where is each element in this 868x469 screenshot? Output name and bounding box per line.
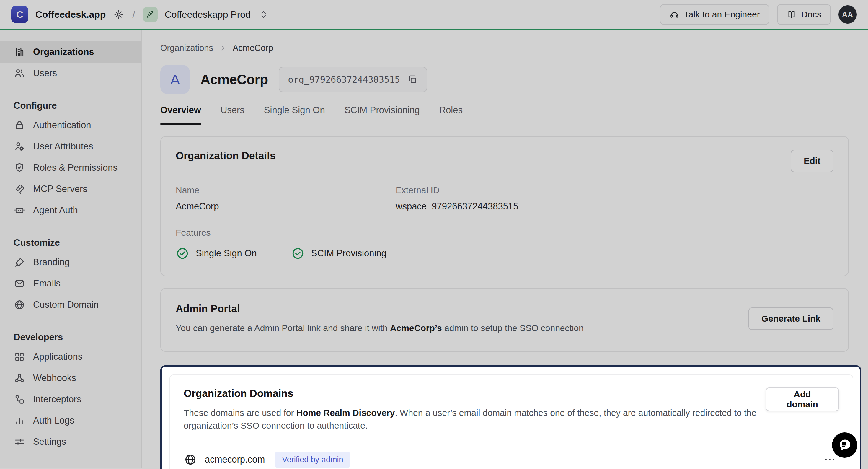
tab-users[interactable]: Users [221,105,244,124]
feature-scim-provisioning: SCIM Provisioning [291,246,386,260]
breadcrumb-organizations[interactable]: Organizations [160,43,213,53]
sidebar-item-label: Organizations [33,47,94,57]
sidebar-item-label: Authentication [33,120,91,130]
sidebar-item-applications[interactable]: Applications [0,346,141,368]
sidebar-item-label: Agent Auth [33,205,78,215]
sidebar-item-label: Emails [33,278,61,289]
admin-portal-card: Admin Portal You can generate a Admin Po… [160,288,849,352]
tab-roles[interactable]: Roles [439,105,463,124]
gear-icon[interactable] [113,8,125,20]
envelope-icon [13,277,25,289]
sidebar-item-settings[interactable]: Settings [0,431,141,452]
tour-spotlight: Organization Domains These domains are u… [160,365,861,469]
environment-name: Coffeedeskapp Prod [165,9,251,20]
sidebar-item-auth-logs[interactable]: Auth Logs [0,410,141,431]
app-name: Coffeedesk.app [35,9,106,20]
webhook-icon [13,372,25,384]
chevron-up-down-icon[interactable] [258,8,270,20]
feature-single-sign-on: Single Sign On [176,246,257,260]
sidebar-item-webhooks[interactable]: Webhooks [0,368,141,389]
lock-icon [13,119,25,131]
rocket-icon [146,10,155,19]
tab-scim-provisioning[interactable]: SCIM Provisioning [345,105,420,124]
chat-widget-button[interactable] [832,432,857,458]
verified-badge: Verified by admin [275,451,350,468]
docs-button[interactable]: Docs [777,4,831,25]
sidebar-item-label: Users [33,68,57,79]
sidebar-item-label: Webhooks [33,373,76,383]
environment-chip[interactable] [143,7,158,22]
organization-domains-description: These domains are used for Home Realm Di… [184,406,766,432]
admin-portal-desc-post: admin to setup the SSO connection [442,323,584,333]
docs-label: Docs [801,9,822,20]
users-icon [13,67,25,79]
sidebar-item-branding[interactable]: Branding [0,252,141,273]
organization-domains-card: Organization Domains These domains are u… [169,375,853,469]
sidebar-item-authentication[interactable]: Authentication [0,115,141,136]
org-avatar: A [160,65,190,94]
user-gear-icon [13,141,25,152]
talk-to-engineer-button[interactable]: Talk to an Engineer [660,4,769,25]
sidebar-section-customize: Customize [0,234,141,252]
admin-portal-desc-bold: AcmeCorp’s [390,323,442,333]
sidebar-item-organizations[interactable]: Organizations [0,41,141,63]
sidebar-item-label: Branding [33,257,70,268]
nodes-icon [13,393,25,405]
talk-to-engineer-label: Talk to an Engineer [684,9,760,20]
sidebar-item-emails[interactable]: Emails [0,273,141,294]
feature-label: SCIM Provisioning [311,248,386,259]
robot-icon [13,204,25,216]
sidebar-item-label: Interceptors [33,394,82,405]
admin-portal-title: Admin Portal [176,303,584,315]
name-label: Name [176,185,396,195]
external-id-label: External ID [396,185,833,195]
paintbrush-icon [13,256,25,268]
check-circle-icon [176,246,189,260]
building-icon [13,46,25,58]
domains-desc-pre: These domains are used for [184,408,297,418]
sidebar-item-custom-domain[interactable]: Custom Domain [0,294,141,316]
sidebar: Organizations Users Configure Authentica… [0,30,142,468]
chat-bubble-icon [837,437,852,453]
sidebar-item-mcp-servers[interactable]: MCP Servers [0,178,141,200]
user-avatar[interactable]: AA [838,5,857,24]
check-circle-icon [291,246,305,260]
add-domain-button[interactable]: Add domain [766,387,839,411]
generate-link-button[interactable]: Generate Link [748,307,833,330]
domain-name: acmecorp.com [205,454,265,465]
bar-chart-icon [13,415,25,427]
tab-single-sign-on[interactable]: Single Sign On [264,105,325,124]
main-content: Organizations AcmeCorp A AcmeCorp org_97… [142,30,868,468]
grid-icon [13,351,25,363]
shield-check-icon [13,162,25,174]
features-label: Features [176,228,833,238]
globe-icon [184,453,197,466]
sidebar-item-user-attributes[interactable]: User Attributes [0,136,141,157]
app-logo[interactable]: C [11,6,28,23]
sidebar-item-label: Settings [33,437,66,447]
sidebar-item-roles-permissions[interactable]: Roles & Permissions [0,157,141,178]
org-id-value: org_97926637244383515 [288,75,400,85]
edit-button[interactable]: Edit [790,150,833,172]
organization-details-title: Organization Details [176,150,275,162]
sidebar-section-developers: Developers [0,328,141,346]
topbar: C Coffeedesk.app / Coffeedeskapp Prod Ta… [0,0,868,30]
breadcrumb: Organizations AcmeCorp [160,43,861,53]
domains-desc-bold: Home Realm Discovery [297,408,395,418]
sidebar-item-label: Applications [33,351,82,362]
external-id-value: wspace_97926637244383515 [396,201,833,212]
sidebar-item-agent-auth[interactable]: Agent Auth [0,200,141,221]
feature-label: Single Sign On [196,248,257,259]
org-id-chip[interactable]: org_97926637244383515 [279,67,427,92]
book-icon [786,9,797,20]
tab-bar: Overview Users Single Sign On SCIM Provi… [160,105,861,124]
sidebar-item-label: MCP Servers [33,184,87,194]
admin-portal-description: You can generate a Admin Portal link and… [176,322,584,334]
headset-icon [669,9,679,20]
tab-overview[interactable]: Overview [160,105,201,124]
sidebar-item-label: Roles & Permissions [33,163,118,173]
sidebar-item-users[interactable]: Users [0,63,141,84]
sidebar-item-interceptors[interactable]: Interceptors [0,389,141,410]
copy-icon[interactable] [407,74,418,85]
sidebar-section-configure: Configure [0,97,141,115]
